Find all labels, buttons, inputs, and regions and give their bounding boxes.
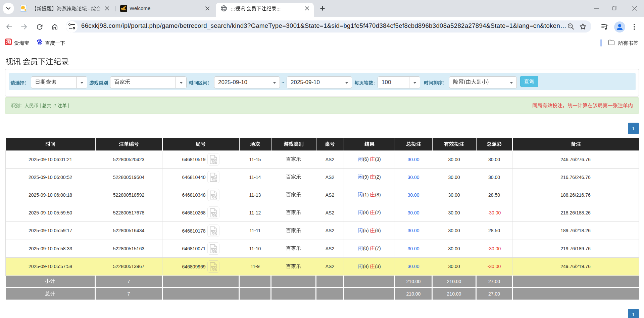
svg-text:du: du — [39, 42, 41, 44]
